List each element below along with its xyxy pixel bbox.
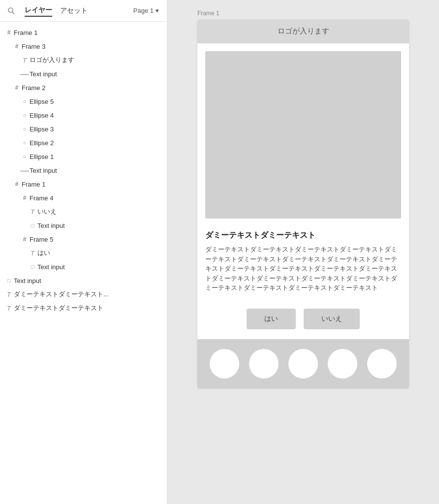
hash-icon: # <box>12 43 22 50</box>
layer-label: Ellipse 4 <box>30 112 54 119</box>
top-bar: レイヤー アセット Page 1 ▾ <box>0 0 167 22</box>
hash-icon: # <box>4 29 14 36</box>
layer-label: Ellipse 1 <box>30 153 54 160</box>
tab-layers[interactable]: レイヤー <box>25 5 52 17</box>
rect-icon: □ <box>28 222 37 228</box>
layer-item[interactable]: #Frame 5 <box>0 232 167 246</box>
T-icon: T <box>28 208 37 216</box>
circle-icon: ○ <box>20 126 30 132</box>
line-icon: — <box>20 166 30 175</box>
T-icon: T <box>20 57 30 64</box>
layer-label: Ellipse 2 <box>30 139 54 147</box>
button-row: はい いいえ <box>197 301 409 339</box>
layer-label: はい <box>37 249 50 257</box>
rect-icon: □ <box>4 278 14 284</box>
layer-item[interactable]: ○Ellipse 3 <box>0 122 167 136</box>
layer-item[interactable]: #Frame 1 <box>0 177 167 191</box>
layer-label: いいえ <box>37 207 57 216</box>
layer-item[interactable]: ○Ellipse 1 <box>0 150 167 163</box>
layer-label: Ellipse 3 <box>30 126 54 133</box>
layer-label: Text input <box>30 70 57 78</box>
layer-label: ダミーテキストダミーテキスト... <box>14 290 109 299</box>
logo-text: ロゴが入ります <box>278 27 329 35</box>
layer-label: Frame 3 <box>22 43 45 50</box>
dot-2 <box>249 349 279 378</box>
layer-label: Frame 1 <box>14 29 37 36</box>
layer-label: Text input <box>30 167 57 174</box>
btn-no[interactable]: いいえ <box>304 309 360 329</box>
layer-item[interactable]: ○Ellipse 4 <box>0 108 167 122</box>
canvas-body: ダミーテキストダミーテキストダミーテキストダミーテキストダミーテキストダミーテキ… <box>205 245 401 293</box>
layer-item[interactable]: #Frame 3 <box>0 39 167 53</box>
dot-1 <box>210 349 239 378</box>
circle-icon: ○ <box>20 98 30 104</box>
layer-item[interactable]: #Frame 2 <box>0 81 167 94</box>
layer-label: Text input <box>37 263 65 271</box>
layer-label: ダミーテキストダミーテキスト <box>14 304 103 313</box>
dot-4 <box>328 349 357 378</box>
page-selector[interactable]: Page 1 ▾ <box>133 7 159 14</box>
layer-item[interactable]: —Text input <box>0 163 167 177</box>
dot-3 <box>288 349 318 378</box>
layer-item[interactable]: ○Ellipse 2 <box>0 136 167 150</box>
hash-icon: # <box>20 194 30 201</box>
canvas-heading: ダミーテキストダミーテキスト <box>205 230 401 241</box>
hash-icon: # <box>12 84 22 91</box>
layer-label: Frame 2 <box>22 84 45 92</box>
layer-item[interactable]: Tはい <box>0 246 167 260</box>
layer-label: Text input <box>14 277 41 284</box>
layer-label: Ellipse 5 <box>30 98 54 105</box>
layer-label: Text input <box>37 222 65 229</box>
layer-item[interactable]: #Frame 4 <box>0 191 167 205</box>
circle-icon: ○ <box>20 140 30 146</box>
layer-label: Frame 5 <box>30 236 53 243</box>
layer-item[interactable]: □Text input <box>0 274 167 287</box>
left-panel: レイヤー アセット Page 1 ▾ #Frame 1#Frame 3Tロゴが入… <box>0 0 167 504</box>
tab-assets[interactable]: アセット <box>60 5 88 16</box>
T-icon: T <box>4 305 14 312</box>
layer-list: #Frame 1#Frame 3Tロゴが入ります—Text input#Fram… <box>0 22 167 504</box>
dot-5 <box>367 349 397 378</box>
line-icon: — <box>20 69 30 78</box>
layer-item[interactable]: Tダミーテキストダミーテキスト <box>0 301 167 315</box>
circle-icon: ○ <box>20 112 30 118</box>
hash-icon: # <box>12 181 22 188</box>
rect-icon: □ <box>28 264 37 270</box>
layer-item[interactable]: □Text input <box>0 219 167 232</box>
layer-item[interactable]: ○Ellipse 5 <box>0 94 167 108</box>
canvas-area: Frame 1 ロゴが入ります ダミーテキストダミーテキスト ダミーテキストダミ… <box>197 10 409 388</box>
T-icon: T <box>28 250 37 257</box>
T-icon: T <box>4 291 14 298</box>
circle-icon: ○ <box>20 154 30 159</box>
layer-item[interactable]: Tロゴが入ります <box>0 53 167 67</box>
hash-icon: # <box>20 236 30 243</box>
layer-label: ロゴが入ります <box>30 56 74 64</box>
dots-bar <box>197 339 409 388</box>
layer-item[interactable]: —Text input <box>0 67 167 81</box>
right-panel: Frame 1 ロゴが入ります ダミーテキストダミーテキスト ダミーテキストダミ… <box>167 0 439 504</box>
layer-label: Frame 1 <box>22 181 45 188</box>
svg-line-1 <box>12 12 14 14</box>
search-icon[interactable] <box>8 7 15 14</box>
logo-bar: ロゴが入ります <box>197 20 409 43</box>
frame-label: Frame 1 <box>197 10 220 17</box>
layer-label: Frame 4 <box>30 194 53 202</box>
layer-item[interactable]: Tいいえ <box>0 205 167 219</box>
layer-item[interactable]: □Text input <box>0 260 167 274</box>
layer-item[interactable]: #Frame 1 <box>0 26 167 39</box>
text-content: ダミーテキストダミーテキスト ダミーテキストダミーテキストダミーテキストダミーテ… <box>197 226 409 301</box>
layer-item[interactable]: Tダミーテキストダミーテキスト... <box>0 287 167 301</box>
image-placeholder <box>205 51 401 219</box>
phone-frame: ロゴが入ります ダミーテキストダミーテキスト ダミーテキストダミーテキストダミー… <box>197 20 409 388</box>
btn-yes[interactable]: はい <box>247 309 296 329</box>
